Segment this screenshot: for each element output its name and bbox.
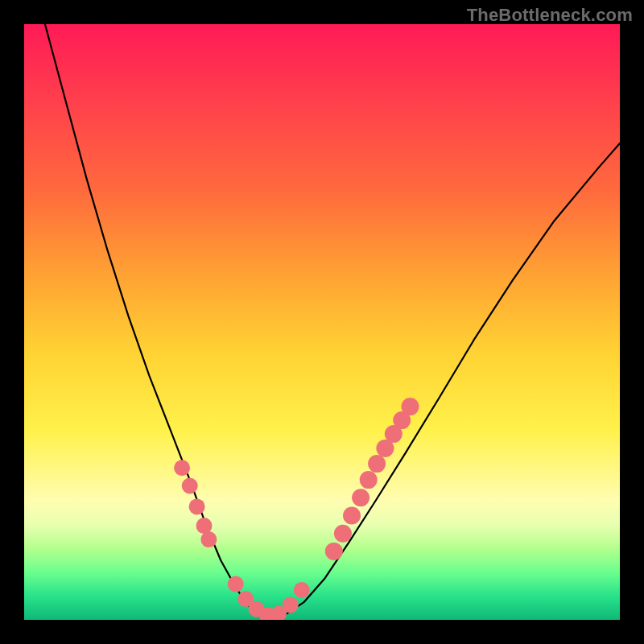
bead-cluster-left-dot	[174, 460, 190, 476]
bead-cluster-right-dot	[325, 543, 343, 560]
bottleneck-curve	[45, 24, 620, 617]
chart-frame: { "watermark": "TheBottleneck.com", "cha…	[0, 0, 644, 644]
bead-cluster-bottom-dot	[294, 582, 310, 598]
bead-cluster-right-dot	[343, 507, 361, 525]
bead-cluster-right-dot	[334, 525, 352, 543]
bead-cluster-left-dot	[200, 531, 217, 547]
bead-cluster-bottom-dot	[228, 576, 244, 592]
bead-cluster-right-dot	[402, 398, 419, 415]
bead-cluster-right-dot	[352, 489, 369, 506]
bead-cluster-left-dot	[196, 518, 213, 534]
watermark-text: TheBottleneck.com	[467, 5, 633, 26]
bead-cluster-bottom-dot	[283, 597, 299, 613]
curve-svg	[24, 24, 620, 620]
bead-cluster-right-dot	[360, 471, 378, 489]
plot-area	[24, 24, 620, 620]
bead-cluster-right-dot	[368, 455, 386, 473]
bead-cluster-left-dot	[189, 498, 205, 514]
bead-cluster-left-dot	[182, 478, 198, 494]
